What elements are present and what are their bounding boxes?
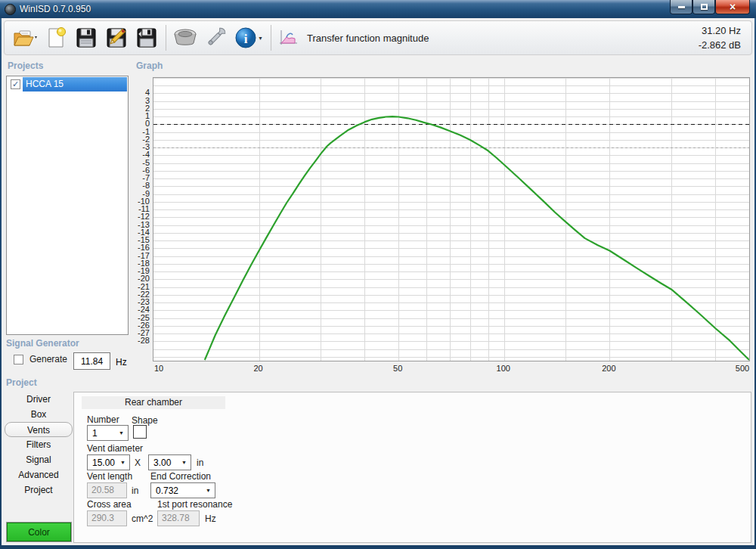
y-tick-label: -28 — [132, 336, 150, 345]
vent-diameter-unit: in — [197, 458, 203, 468]
dropdown-arrow-icon: ▼ — [115, 430, 128, 436]
driver-button[interactable] — [170, 23, 200, 53]
generate-checkbox[interactable] — [14, 355, 23, 364]
view-label: Transfer function magnitude — [307, 33, 429, 44]
generate-label: Generate — [29, 354, 67, 364]
cursor-readout: 31.20 Hz -2.862 dB — [699, 23, 745, 52]
x-tick-label: 20 — [246, 364, 271, 373]
end-correction-label: End Correction — [150, 471, 211, 482]
plot-canvas — [153, 78, 749, 361]
generator-frequency-input[interactable] — [73, 352, 110, 370]
wrench-icon — [204, 26, 227, 49]
shape-label: Shape — [132, 415, 158, 426]
curve-hcca-15 — [205, 116, 749, 360]
graph-header: Graph — [136, 60, 163, 71]
generate-row: Generate — [11, 354, 67, 364]
transfer-function-chart-icon — [278, 29, 298, 47]
view-select-button[interactable] — [275, 23, 301, 53]
minimize-button[interactable] — [670, 0, 692, 14]
color-button[interactable]: Color — [7, 523, 71, 541]
port-resonance-label: 1st port resonance — [157, 499, 232, 510]
new-project-button[interactable] — [41, 23, 71, 53]
dropdown-arrow-icon: ▼ — [202, 488, 215, 493]
readout-level: -2.862 dB — [699, 38, 741, 52]
number-label: Number — [87, 414, 119, 425]
x-tick-label: 500 — [730, 364, 755, 373]
toolbar-separator — [271, 25, 271, 51]
readout-frequency: 31.20 Hz — [699, 23, 741, 38]
maximize-icon — [701, 4, 708, 10]
save-as-button[interactable] — [132, 23, 162, 53]
save-button[interactable] — [71, 23, 101, 53]
port-resonance-value: 328.78 — [157, 510, 200, 526]
x-tick-label: 10 — [146, 364, 172, 373]
cross-area-label: Cross area — [87, 499, 132, 510]
vent-diameter-combobox-1[interactable]: 15.00▼ — [87, 454, 130, 470]
vents-panel: Rear chamber Number 1▼ Shape Vent diamet… — [73, 392, 751, 543]
number-combobox[interactable]: 1▼ — [87, 425, 129, 441]
projects-header: Projects — [8, 60, 43, 71]
vent-diameter-label: Vent diameter — [87, 443, 143, 454]
save-edit-button[interactable] — [101, 23, 132, 53]
vent-diameter-separator: X — [135, 458, 141, 468]
nav-item-vents[interactable]: Vents — [5, 422, 73, 437]
x-tick-label: 100 — [491, 364, 516, 373]
save-icon — [75, 26, 98, 49]
shape-selector[interactable] — [133, 425, 147, 439]
info-icon: i — [234, 26, 257, 49]
nav-item-driver[interactable]: Driver — [5, 392, 73, 407]
x-tick-label: 200 — [596, 364, 621, 373]
nav-item-box[interactable]: Box — [5, 407, 73, 422]
nav-item-project[interactable]: Project — [5, 482, 73, 498]
tools-button[interactable] — [200, 23, 231, 53]
window-title: WinISD 0.7.0.950 — [20, 4, 91, 14]
rear-chamber-group-title: Rear chamber — [82, 396, 225, 409]
nav-item-filters[interactable]: Filters — [5, 437, 73, 452]
cross-area-unit: cm^2 — [132, 513, 153, 524]
maximize-button[interactable] — [692, 0, 715, 14]
toolbar-separator — [166, 25, 166, 51]
end-correction-combobox[interactable]: 0.732▼ — [150, 482, 215, 498]
vent-length-unit: in — [132, 485, 138, 496]
save-as-icon — [135, 26, 158, 49]
title-bar: WinISD 0.7.0.950 × — [0, 0, 756, 18]
toolbar: i ▼ Transfer function magnitude 31.20 Hz… — [4, 20, 752, 55]
project-checkbox[interactable]: ✓ — [11, 79, 20, 89]
close-button[interactable]: × — [715, 0, 750, 14]
vent-length-label: Vent length — [87, 471, 132, 482]
new-document-icon — [45, 26, 67, 49]
generator-frequency-unit: Hz — [116, 357, 127, 368]
vent-length-value: 20.58 — [87, 482, 127, 498]
project-header: Project — [6, 377, 37, 388]
close-icon: × — [730, 2, 736, 12]
info-dropdown-arrow: ▼ — [258, 36, 263, 41]
minimize-icon — [678, 6, 685, 8]
cross-area-value: 290.3 — [87, 510, 127, 526]
app-icon — [5, 4, 16, 15]
projects-list[interactable]: ✓HCCA 15 — [6, 76, 129, 335]
x-tick-label: 50 — [385, 364, 411, 373]
open-project-button[interactable] — [11, 23, 41, 53]
nav-item-advanced[interactable]: Advanced — [5, 467, 73, 482]
app-window: WinISD 0.7.0.950 × — [0, 0, 756, 549]
project-nav: DriverBoxVentsFiltersSignalAdvancedProje… — [5, 392, 73, 498]
speaker-driver-icon — [172, 26, 198, 49]
dropdown-arrow-icon: ▼ — [178, 460, 191, 465]
port-resonance-unit: Hz — [205, 513, 216, 524]
project-list-item[interactable]: ✓HCCA 15 — [8, 77, 127, 92]
info-button[interactable]: i ▼ — [231, 23, 267, 53]
transfer-function-plot[interactable] — [153, 77, 750, 361]
project-name: HCCA 15 — [23, 77, 127, 92]
vent-diameter-combobox-2[interactable]: 3.00▼ — [148, 454, 191, 470]
dropdown-arrow-icon: ▼ — [116, 460, 129, 465]
nav-item-signal[interactable]: Signal — [5, 452, 73, 467]
save-edit-icon — [105, 26, 128, 49]
svg-text:i: i — [244, 32, 248, 46]
open-folder-icon — [13, 26, 39, 49]
signal-generator-header: Signal Generator — [6, 338, 79, 349]
